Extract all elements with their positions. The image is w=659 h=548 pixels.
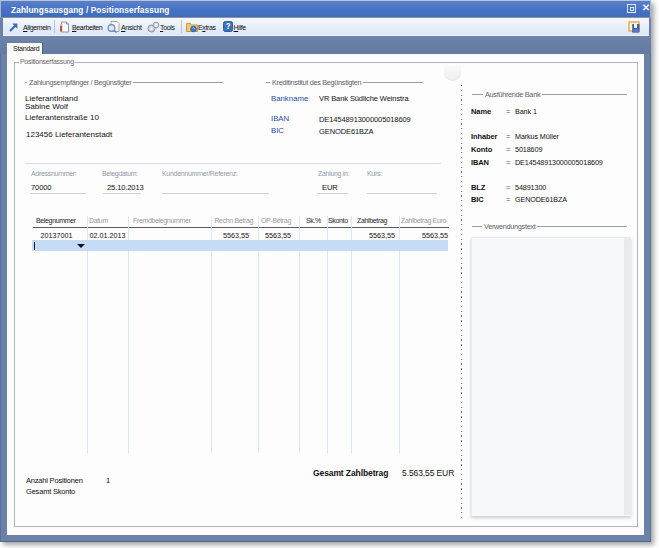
svg-text:?: ? — [225, 22, 230, 31]
